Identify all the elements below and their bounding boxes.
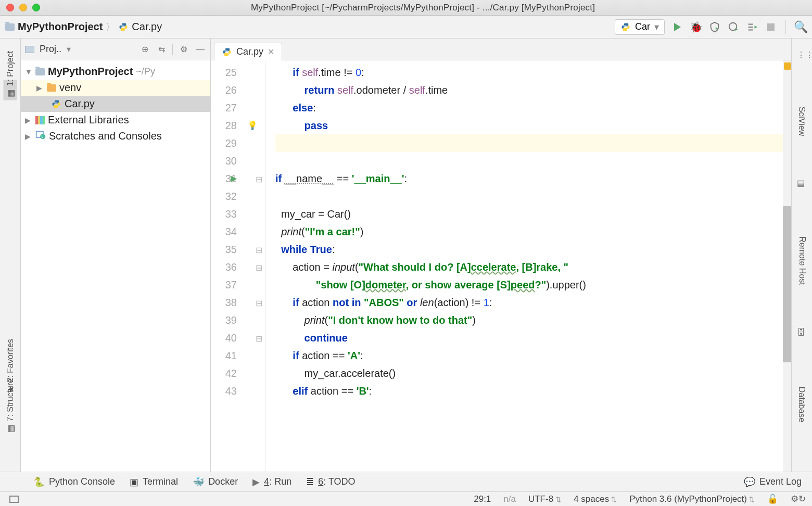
svg-point-1	[124, 29, 125, 30]
python-file-icon	[51, 99, 61, 109]
terminal-icon: ▣	[130, 476, 138, 488]
chevron-right-icon: ▶	[36, 84, 44, 92]
svg-point-4	[40, 134, 45, 139]
run-button[interactable]	[671, 21, 683, 33]
remote-host-tool-button[interactable]: Remote Host	[797, 236, 807, 285]
breadcrumb-project[interactable]: MyPythonProject	[18, 21, 103, 33]
intention-bulb-icon[interactable]: 💡	[247, 117, 258, 134]
lock-icon[interactable]: 🔓	[767, 494, 778, 504]
close-window-icon[interactable]	[6, 4, 14, 11]
tool-windows-toggle-icon[interactable]	[9, 496, 19, 503]
stop-button[interactable]	[765, 21, 777, 33]
chevron-down-icon: ▾	[654, 21, 659, 33]
grid-icon: ⋮⋮⋮	[797, 50, 807, 60]
debug-button[interactable]: 🐞	[690, 21, 702, 33]
project-pane-icon	[25, 46, 34, 53]
maximize-window-icon[interactable]	[32, 4, 40, 11]
structure-tool-button[interactable]: ▤ 7: Structure	[6, 412, 15, 433]
run-tool-button[interactable]: ▶4: Run	[252, 476, 291, 488]
bars-icon: ▤	[797, 178, 807, 188]
run-config-selector[interactable]: Car ▾	[615, 19, 665, 35]
run-config-label: Car	[635, 21, 650, 32]
scroll-thumb[interactable]	[783, 206, 791, 362]
status-na: n/a	[503, 494, 516, 504]
editor-tab-car[interactable]: Car.py ✕	[214, 43, 282, 60]
breadcrumb-separator-icon: 〉	[106, 21, 115, 33]
python-console-tool-button[interactable]: 🐍Python Console	[33, 476, 115, 488]
list-icon: ≣	[306, 476, 314, 488]
fold-icon[interactable]: ⊟	[256, 242, 262, 259]
search-everywhere-button[interactable]: 🔍	[794, 21, 807, 33]
database-icon: 🗄	[797, 328, 807, 338]
settings-button[interactable]: ⚙	[178, 44, 189, 55]
profile-button[interactable]	[727, 21, 740, 33]
fold-icon[interactable]: ⊟	[256, 259, 262, 277]
collapse-button[interactable]: ⇆	[156, 44, 167, 55]
navigation-bar: MyPythonProject 〉 Car.py Car ▾ 🐞 🔍	[0, 16, 812, 39]
stop-icon	[767, 23, 775, 31]
tree-item-label: External Libraries	[48, 114, 129, 126]
sidebar-title[interactable]: Proj..	[40, 44, 61, 55]
folder-icon: ▦	[6, 90, 15, 97]
tree-venv[interactable]: ▶ venv	[21, 80, 210, 96]
python-icon	[620, 22, 631, 32]
database-tool-button[interactable]: Database	[797, 387, 807, 423]
scratch-icon	[35, 130, 46, 142]
fold-icon[interactable]: ⊟	[256, 295, 262, 312]
minimize-window-icon[interactable]	[19, 4, 27, 11]
python-icon: 🐍	[33, 476, 45, 488]
fold-icon[interactable]: ⊟	[256, 171, 262, 188]
docker-tool-button[interactable]: 🐳Docker	[193, 476, 238, 488]
tree-file-car[interactable]: Car.py	[21, 96, 210, 112]
status-bar: 29:1 n/a UTF-8 4 spaces Python 3.6 (MyPy…	[0, 491, 812, 506]
concurrency-button[interactable]	[746, 21, 758, 33]
library-icon	[35, 116, 45, 124]
editor-scrollbar[interactable]	[783, 60, 791, 472]
chevron-right-icon: ▶	[25, 116, 32, 124]
editor-tabs: Car.py ✕	[211, 39, 791, 60]
interpreter-selector[interactable]: Python 3.6 (MyPythonProject)	[629, 494, 755, 504]
terminal-tool-button[interactable]: ▣Terminal	[130, 476, 178, 488]
tree-root[interactable]: ▼ MyPythonProject ~/Py	[21, 64, 210, 80]
ide-settings-icon[interactable]: ⚙↻	[791, 494, 806, 504]
folder-icon	[35, 68, 45, 75]
python-file-icon	[118, 22, 129, 32]
tree-root-path: ~/Py	[136, 66, 155, 77]
sidebar-header: Proj.. ▾ ⊕ ⇆ ⚙ —	[21, 39, 210, 60]
line-number-gutter: 25262728293031323334353637383940414243	[211, 60, 243, 472]
bottom-tool-bar: 🐍Python Console ▣Terminal 🐳Docker ▶4: Ru…	[0, 472, 812, 491]
tree-root-label: MyPythonProject	[48, 66, 133, 78]
fold-icon[interactable]: ⊟	[256, 330, 262, 348]
project-tool-button[interactable]: ▦ 1: Project	[4, 80, 17, 100]
breadcrumb-file[interactable]: Car.py	[132, 21, 162, 33]
todo-tool-button[interactable]: ≣6: TODO	[306, 476, 355, 488]
warning-stripe-icon	[784, 62, 791, 70]
toolbar-divider	[785, 20, 786, 34]
editor-marks-gutter: 💡▶⊟⊟⊟⊟⊟	[243, 60, 266, 472]
code-editor[interactable]: 25262728293031323334353637383940414243 💡…	[211, 60, 791, 472]
cursor-position[interactable]: 29:1	[474, 494, 491, 504]
right-tool-gutter: ⋮⋮⋮ SciView ▤ Remote Host 🗄 Database	[791, 39, 812, 472]
window-title: MyPythonProject [~/PycharmProjects/MyPyt…	[40, 3, 806, 13]
tree-external-libs[interactable]: ▶ External Libraries	[21, 112, 210, 128]
tree-item-label: venv	[59, 82, 81, 94]
tree-scratches[interactable]: ▶ Scratches and Consoles	[21, 128, 210, 144]
folder-icon	[47, 84, 56, 92]
balloon-icon: 💬	[744, 476, 755, 488]
folder-icon	[5, 23, 15, 31]
hide-button[interactable]: —	[195, 44, 206, 55]
sciview-tool-button[interactable]: SciView	[797, 107, 807, 136]
svg-point-0	[122, 23, 123, 24]
encoding-selector[interactable]: UTF-8	[528, 494, 561, 504]
project-tree: ▼ MyPythonProject ~/Py ▶ venv Car.py ▶ E…	[21, 60, 210, 147]
tree-item-label: Scratches and Consoles	[49, 130, 162, 142]
project-sidebar: Proj.. ▾ ⊕ ⇆ ⚙ — ▼ MyPythonProject ~/Py …	[21, 39, 211, 472]
coverage-button[interactable]	[708, 21, 721, 33]
indent-selector[interactable]: 4 spaces	[574, 494, 617, 504]
close-tab-icon[interactable]: ✕	[268, 47, 274, 57]
event-log-button[interactable]: 💬Event Log	[744, 476, 802, 488]
chevron-down-icon: ▼	[25, 68, 32, 76]
run-gutter-icon[interactable]: ▶	[231, 170, 237, 187]
locate-button[interactable]: ⊕	[139, 44, 150, 55]
code-body[interactable]: if self.time != 0: return self.odometer …	[266, 60, 791, 472]
